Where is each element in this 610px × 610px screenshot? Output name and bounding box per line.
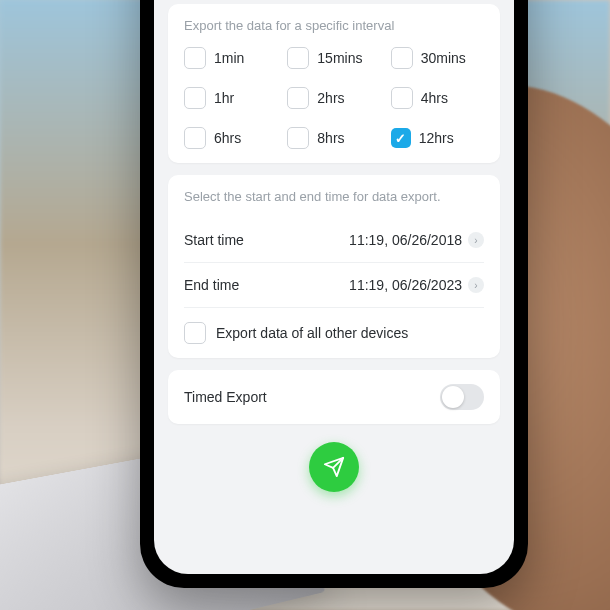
app-screen: Receive mail + send to the account mail … — [154, 0, 514, 574]
time-range-card: Select the start and end time for data e… — [168, 175, 500, 358]
interval-option[interactable]: 12hrs — [391, 127, 484, 149]
interval-checkbox[interactable] — [184, 47, 206, 69]
app-content: Receive mail + send to the account mail … — [154, 0, 514, 506]
interval-option[interactable]: 6hrs — [184, 127, 277, 149]
interval-checkbox[interactable] — [287, 127, 309, 149]
start-time-row[interactable]: Start time 11:19, 06/26/2018 › — [184, 218, 484, 262]
end-time-label: End time — [184, 277, 239, 293]
interval-option[interactable]: 15mins — [287, 47, 380, 69]
interval-checkbox[interactable] — [391, 128, 411, 148]
start-time-label: Start time — [184, 232, 244, 248]
interval-label: 12hrs — [419, 130, 454, 146]
interval-label: 30mins — [421, 50, 466, 66]
interval-label: 1hr — [214, 90, 234, 106]
timed-export-toggle[interactable] — [440, 384, 484, 410]
interval-checkbox[interactable] — [391, 87, 413, 109]
interval-option[interactable]: 8hrs — [287, 127, 380, 149]
interval-checkbox[interactable] — [287, 47, 309, 69]
interval-option[interactable]: 1min — [184, 47, 277, 69]
chevron-right-icon: › — [468, 277, 484, 293]
export-other-row[interactable]: Export data of all other devices — [184, 307, 484, 358]
interval-label: 2hrs — [317, 90, 344, 106]
start-time-value: 11:19, 06/26/2018 — [349, 232, 462, 248]
timed-export-card: Timed Export — [168, 370, 500, 424]
interval-checkbox[interactable] — [184, 87, 206, 109]
interval-label: 15mins — [317, 50, 362, 66]
interval-option[interactable]: 1hr — [184, 87, 277, 109]
interval-checkbox[interactable] — [391, 47, 413, 69]
end-time-row[interactable]: End time 11:19, 06/26/2023 › — [184, 262, 484, 307]
end-time-value: 11:19, 06/26/2023 — [349, 277, 462, 293]
interval-card: Export the data for a specific interval … — [168, 4, 500, 163]
interval-option[interactable]: 4hrs — [391, 87, 484, 109]
interval-label: 1min — [214, 50, 244, 66]
timed-export-label: Timed Export — [184, 389, 267, 405]
send-button[interactable] — [309, 442, 359, 492]
interval-checkbox[interactable] — [287, 87, 309, 109]
interval-option[interactable]: 30mins — [391, 47, 484, 69]
interval-checkbox[interactable] — [184, 127, 206, 149]
chevron-right-icon: › — [468, 232, 484, 248]
interval-option[interactable]: 2hrs — [287, 87, 380, 109]
export-other-label: Export data of all other devices — [216, 325, 408, 341]
paper-plane-icon — [323, 456, 345, 478]
interval-label: 6hrs — [214, 130, 241, 146]
phone-frame: Receive mail + send to the account mail … — [140, 0, 528, 588]
export-other-checkbox[interactable] — [184, 322, 206, 344]
interval-grid: 1min15mins30mins1hr2hrs4hrs6hrs8hrs12hrs — [184, 47, 484, 149]
interval-title: Export the data for a specific interval — [184, 18, 484, 33]
interval-label: 8hrs — [317, 130, 344, 146]
interval-label: 4hrs — [421, 90, 448, 106]
time-range-title: Select the start and end time for data e… — [184, 189, 484, 204]
